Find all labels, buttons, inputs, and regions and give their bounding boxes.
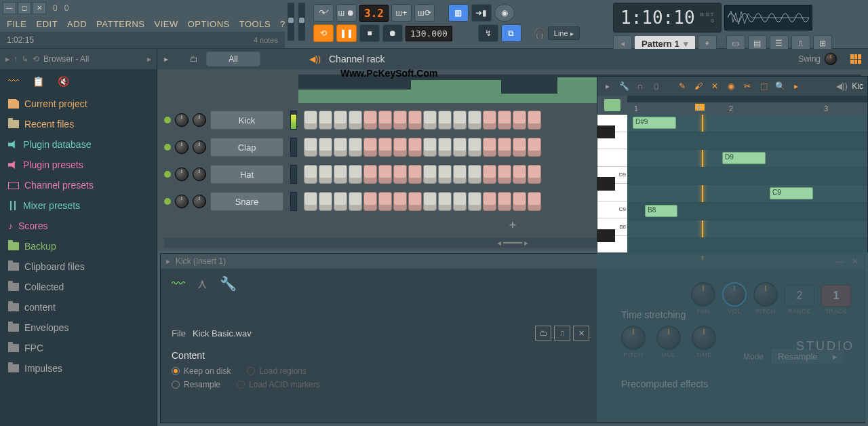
resample-radio[interactable] <box>172 381 180 389</box>
step-button[interactable] <box>408 138 422 157</box>
step-button[interactable] <box>468 111 481 130</box>
countdown-icon[interactable]: ш+ <box>391 4 412 22</box>
step-button[interactable] <box>483 138 496 157</box>
step-button[interactable] <box>408 192 422 211</box>
step-button[interactable] <box>319 138 332 157</box>
step-button[interactable] <box>438 138 452 157</box>
step-button[interactable] <box>393 192 407 211</box>
link-icon[interactable]: ⧉ <box>501 24 521 42</box>
stop-button[interactable]: ■ <box>359 24 380 42</box>
step-button[interactable] <box>349 111 362 130</box>
step-button[interactable] <box>393 111 407 130</box>
step-button[interactable] <box>528 192 541 211</box>
midi-note[interactable]: D9 <box>722 152 766 164</box>
menu-tools[interactable]: TOOLS <box>239 19 271 29</box>
step-button[interactable] <box>378 192 392 211</box>
step-button[interactable] <box>498 165 511 184</box>
step-button[interactable] <box>378 165 392 184</box>
step-button[interactable] <box>528 111 541 130</box>
loop-rec-icon[interactable]: ш⟳ <box>414 4 435 22</box>
pl-ruler[interactable]: 1 ▼ 2 3 <box>627 102 867 115</box>
step-button[interactable] <box>408 165 422 184</box>
sidebar-item-plugin-database[interactable]: Plugin database <box>0 134 157 155</box>
overdub-icon[interactable]: ➜▮ <box>471 4 492 22</box>
step-button[interactable] <box>513 138 526 157</box>
step-button[interactable] <box>304 192 317 211</box>
step-button[interactable] <box>453 111 467 130</box>
step-button[interactable] <box>393 165 407 184</box>
pl-speaker-icon[interactable]: ◀)) <box>835 80 848 92</box>
channel-vol-knob[interactable] <box>193 195 206 208</box>
sidebar-item-channel-presets[interactable]: Channel presets <box>0 175 157 195</box>
step-button[interactable] <box>319 192 332 211</box>
channel-mute-led[interactable] <box>164 144 171 151</box>
browser-up-icon[interactable]: ↑ <box>14 54 18 64</box>
step-button[interactable] <box>483 111 496 130</box>
plugin-tab-sample-icon[interactable]: 〰 <box>172 276 185 292</box>
step-button[interactable] <box>468 192 481 211</box>
channel-pan-knob[interactable] <box>175 140 189 154</box>
channel-name-button[interactable]: Kick <box>210 111 283 130</box>
step-button[interactable] <box>363 138 377 157</box>
swing-knob[interactable] <box>825 53 837 65</box>
channel-pan-knob[interactable] <box>175 195 189 208</box>
step-button[interactable] <box>513 192 526 211</box>
step-button[interactable] <box>363 192 377 211</box>
sidebar-item-plugin-presets[interactable]: Plugin presets <box>0 155 157 175</box>
step-button[interactable] <box>363 111 377 130</box>
step-button[interactable] <box>528 138 541 157</box>
note-row[interactable] <box>627 132 867 150</box>
channel-mute-led[interactable] <box>164 198 171 205</box>
tempo-display[interactable]: 130.000 <box>406 26 452 41</box>
sidebar-item-recent-files[interactable]: Recent files <box>0 114 157 134</box>
plugin-collapse-icon[interactable]: ▸ <box>166 256 170 266</box>
channel-vol-knob[interactable] <box>193 140 206 154</box>
pl-menu-icon[interactable]: ▸ <box>601 80 614 92</box>
plugin-tab-misc-icon[interactable]: 🔧 <box>220 275 237 292</box>
sidebar-item-backup[interactable]: Backup <box>0 236 157 256</box>
step-button[interactable] <box>349 165 362 184</box>
step-button[interactable] <box>468 138 481 157</box>
step-button[interactable] <box>513 111 526 130</box>
plugin-tab-envelope-icon[interactable]: ⋏ <box>197 275 208 292</box>
file-fork-icon[interactable]: ⎍ <box>554 326 570 341</box>
step-button[interactable] <box>304 138 317 157</box>
step-button[interactable] <box>334 192 347 211</box>
song-pos-counter[interactable]: 3.2 <box>359 5 389 22</box>
channel-mute-led[interactable] <box>164 171 171 178</box>
step-button[interactable] <box>483 192 496 211</box>
step-button[interactable] <box>483 165 496 184</box>
browser-refresh-icon[interactable]: ⟲ <box>33 54 39 64</box>
sidebar-item-collected[interactable]: Collected <box>0 277 157 297</box>
menu-add[interactable]: ADD <box>67 19 87 29</box>
switch-mode-icon[interactable]: ↯ <box>478 24 498 42</box>
step-button[interactable] <box>319 111 332 130</box>
keep-on-disk-radio[interactable] <box>172 367 180 375</box>
step-button[interactable] <box>363 165 377 184</box>
channel-name-button[interactable]: Clap <box>210 138 283 157</box>
pl-zoom-icon[interactable]: 🔍 <box>774 80 786 92</box>
sidebar-item-scores[interactable]: ♪Scores <box>0 216 157 236</box>
pl-overview[interactable] <box>627 96 867 102</box>
pl-mute-icon[interactable]: ◉ <box>725 80 737 92</box>
pl-wrench-icon[interactable]: 🔧 <box>618 80 630 92</box>
snap-select[interactable]: Line <box>548 26 580 40</box>
step-button[interactable] <box>468 165 481 184</box>
note-row[interactable] <box>627 185 867 203</box>
file-clear-icon[interactable]: ✕ <box>573 326 589 341</box>
step-button[interactable] <box>334 165 347 184</box>
pl-paint-icon[interactable]: 🖌 <box>692 80 705 92</box>
main-volume-slider[interactable] <box>288 3 294 41</box>
step-button[interactable] <box>319 165 332 184</box>
sidebar-item-envelopes[interactable]: Envelopes <box>0 317 157 338</box>
step-button[interactable] <box>423 192 437 211</box>
channel-vol-knob[interactable] <box>193 113 206 127</box>
rack-filter-select[interactable]: All <box>206 52 260 66</box>
step-button[interactable] <box>304 111 317 130</box>
step-button[interactable] <box>334 138 347 157</box>
pl-loop-marker[interactable]: ▼ <box>695 104 705 111</box>
step-button[interactable] <box>453 192 467 211</box>
channel-name-button[interactable]: Hat <box>210 165 283 184</box>
pattern-song-toggle[interactable]: ⟲ <box>313 24 334 42</box>
piano-keys[interactable]: D9 C9 B8 <box>597 115 627 253</box>
